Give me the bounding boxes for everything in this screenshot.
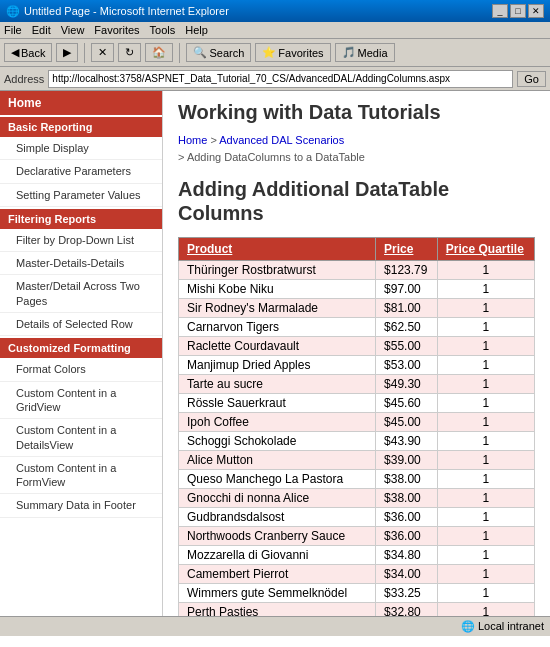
menu-help[interactable]: Help [185, 24, 208, 36]
menu-tools[interactable]: Tools [150, 24, 176, 36]
cell-quartile: 1 [437, 261, 534, 280]
table-row: Camembert Pierrot$34.001 [179, 565, 535, 584]
cell-product: Tarte au sucre [179, 375, 376, 394]
page-title: Adding Additional DataTable Columns [178, 177, 535, 225]
forward-button[interactable]: ▶ [56, 43, 78, 62]
cell-price: $36.00 [376, 527, 438, 546]
status-bar: 🌐 Local intranet [0, 616, 550, 636]
intranet-icon: 🌐 [461, 620, 475, 632]
media-icon: 🎵 [342, 46, 356, 59]
cell-price: $38.00 [376, 489, 438, 508]
sidebar-item-formview-content[interactable]: Custom Content in a FormView [0, 457, 162, 495]
home-icon: 🏠 [152, 46, 166, 59]
cell-product: Northwoods Cranberry Sauce [179, 527, 376, 546]
cell-price: $34.80 [376, 546, 438, 565]
sidebar-item-setting-parameter-values[interactable]: Setting Parameter Values [0, 184, 162, 207]
cell-quartile: 1 [437, 527, 534, 546]
sidebar-item-detailsview-content[interactable]: Custom Content in a DetailsView [0, 419, 162, 457]
toolbar-separator-1 [84, 43, 85, 63]
home-button[interactable]: 🏠 [145, 43, 173, 62]
search-button[interactable]: 🔍 Search [186, 43, 251, 62]
data-table: Product Price Price Quartile Thüringer R… [178, 237, 535, 616]
cell-product: Gnocchi di nonna Alice [179, 489, 376, 508]
cell-product: Queso Manchego La Pastora [179, 470, 376, 489]
back-icon: ◀ [11, 46, 19, 59]
table-row: Rössle Sauerkraut$45.601 [179, 394, 535, 413]
toolbar: ◀ Back ▶ ✕ ↻ 🏠 🔍 Search ⭐ Favorites 🎵 Me… [0, 39, 550, 67]
sidebar-item-filter-dropdown[interactable]: Filter by Drop-Down List [0, 229, 162, 252]
table-row: Raclette Courdavault$55.001 [179, 337, 535, 356]
menu-view[interactable]: View [61, 24, 85, 36]
breadcrumb: Home > Advanced DAL Scenarios > Adding D… [178, 132, 535, 165]
cell-quartile: 1 [437, 546, 534, 565]
table-row: Perth Pasties$32.801 [179, 603, 535, 617]
cell-price: $45.00 [376, 413, 438, 432]
favorites-button[interactable]: ⭐ Favorites [255, 43, 330, 62]
main-content: Working with Data Tutorials Home > Advan… [163, 91, 550, 616]
breadcrumb-home-link[interactable]: Home [178, 134, 207, 146]
table-row: Thüringer Rostbratwurst$123.791 [179, 261, 535, 280]
cell-quartile: 1 [437, 413, 534, 432]
cell-quartile: 1 [437, 280, 534, 299]
close-button[interactable]: ✕ [528, 4, 544, 18]
sidebar-section-basic-reporting: Basic Reporting [0, 117, 162, 137]
menu-favorites[interactable]: Favorites [94, 24, 139, 36]
table-row: Mishi Kobe Niku$97.001 [179, 280, 535, 299]
cell-quartile: 1 [437, 318, 534, 337]
cell-price: $36.00 [376, 508, 438, 527]
cell-quartile: 1 [437, 584, 534, 603]
cell-quartile: 1 [437, 394, 534, 413]
cell-quartile: 1 [437, 337, 534, 356]
sidebar-item-master-detail-pages[interactable]: Master/Detail Across Two Pages [0, 275, 162, 313]
menu-file[interactable]: File [4, 24, 22, 36]
cell-quartile: 1 [437, 432, 534, 451]
cell-product: Wimmers gute Semmelknödel [179, 584, 376, 603]
sidebar-item-selected-row[interactable]: Details of Selected Row [0, 313, 162, 336]
col-header-product: Product [179, 238, 376, 261]
status-right: 🌐 Local intranet [461, 620, 544, 633]
cell-product: Carnarvon Tigers [179, 318, 376, 337]
breadcrumb-current: Adding DataColumns to a DataTable [187, 151, 365, 163]
cell-product: Camembert Pierrot [179, 565, 376, 584]
cell-price: $62.50 [376, 318, 438, 337]
cell-quartile: 1 [437, 489, 534, 508]
cell-price: $53.00 [376, 356, 438, 375]
sidebar-item-format-colors[interactable]: Format Colors [0, 358, 162, 381]
table-row: Northwoods Cranberry Sauce$36.001 [179, 527, 535, 546]
cell-price: $34.00 [376, 565, 438, 584]
status-text: Local intranet [478, 620, 544, 632]
cell-price: $81.00 [376, 299, 438, 318]
table-row: Ipoh Coffee$45.001 [179, 413, 535, 432]
address-input[interactable] [48, 70, 513, 88]
toolbar-separator-2 [179, 43, 180, 63]
table-row: Alice Mutton$39.001 [179, 451, 535, 470]
table-row: Tarte au sucre$49.301 [179, 375, 535, 394]
sidebar-home[interactable]: Home [0, 91, 162, 115]
title-bar: 🌐 Untitled Page - Microsoft Internet Exp… [0, 0, 550, 22]
back-button[interactable]: ◀ Back [4, 43, 52, 62]
maximize-button[interactable]: □ [510, 4, 526, 18]
cell-quartile: 1 [437, 356, 534, 375]
table-row: Queso Manchego La Pastora$38.001 [179, 470, 535, 489]
cell-product: Ipoh Coffee [179, 413, 376, 432]
minimize-button[interactable]: _ [492, 4, 508, 18]
cell-product: Schoggi Schokolade [179, 432, 376, 451]
sidebar-item-simple-display[interactable]: Simple Display [0, 137, 162, 160]
window-controls[interactable]: _ □ ✕ [492, 4, 544, 18]
breadcrumb-section-link[interactable]: Advanced DAL Scenarios [219, 134, 344, 146]
sidebar-item-gridview-content[interactable]: Custom Content in a GridView [0, 382, 162, 420]
media-button[interactable]: 🎵 Media [335, 43, 395, 62]
menu-edit[interactable]: Edit [32, 24, 51, 36]
sidebar-section-filtering-reports: Filtering Reports [0, 209, 162, 229]
refresh-button[interactable]: ↻ [118, 43, 141, 62]
address-bar: Address Go [0, 67, 550, 91]
site-header: Working with Data Tutorials [178, 101, 535, 124]
cell-product: Raclette Courdavault [179, 337, 376, 356]
sidebar-item-master-details[interactable]: Master-Details-Details [0, 252, 162, 275]
go-button[interactable]: Go [517, 71, 546, 87]
cell-quartile: 1 [437, 470, 534, 489]
stop-button[interactable]: ✕ [91, 43, 114, 62]
sidebar-item-declarative-parameters[interactable]: Declarative Parameters [0, 160, 162, 183]
table-row: Carnarvon Tigers$62.501 [179, 318, 535, 337]
sidebar-item-summary-footer[interactable]: Summary Data in Footer [0, 494, 162, 517]
